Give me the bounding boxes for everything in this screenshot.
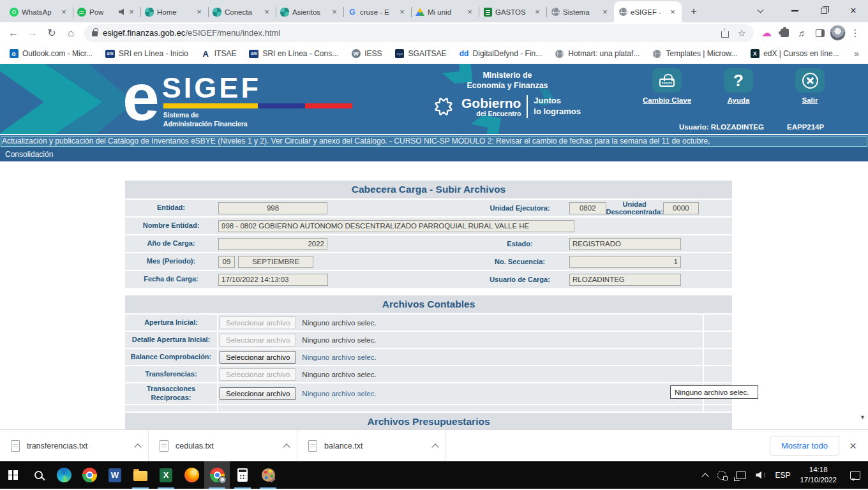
tray-overflow-chevron-icon[interactable] xyxy=(702,473,709,480)
volume-icon[interactable] xyxy=(756,471,765,479)
lock-icon xyxy=(652,68,682,93)
spotify-icon xyxy=(77,8,86,17)
download-menu-chevron-icon[interactable] xyxy=(283,443,290,450)
taskbar-search-button[interactable] xyxy=(26,461,51,489)
tab-close-icon[interactable]: × xyxy=(127,8,136,17)
side-panel-icon[interactable] xyxy=(812,25,828,41)
browser-tab-google-search[interactable]: G cruse - E × xyxy=(343,1,411,22)
bookmarks-overflow-chevron[interactable]: » xyxy=(854,48,859,59)
tab-close-icon[interactable]: × xyxy=(195,8,204,17)
window-minimize-button[interactable] xyxy=(780,0,809,22)
taskbar-chrome-button[interactable] xyxy=(77,461,102,489)
bookmark-digitaldefynd[interactable]: ddDigitalDefynd - Fin... xyxy=(460,49,542,59)
gobierno-logo: Gobierno del Encuentro Juntos lo logramo… xyxy=(431,94,581,119)
weather-extension-icon[interactable]: ☁ xyxy=(758,25,775,41)
seleccionar-archivo-button[interactable]: Seleccionar archivo xyxy=(220,387,296,400)
file-document-icon xyxy=(11,440,20,452)
new-tab-button[interactable]: + xyxy=(685,3,702,20)
seleccionar-archivo-button[interactable]: Seleccionar archivo xyxy=(220,351,296,364)
taskbar-excel-button[interactable]: X xyxy=(153,461,179,489)
download-menu-chevron-icon[interactable] xyxy=(431,443,438,450)
browser-tab-home[interactable]: Home × xyxy=(140,1,208,22)
tab-close-icon[interactable]: × xyxy=(668,8,677,17)
extensions-puzzle-icon[interactable] xyxy=(776,25,793,41)
browser-tab-sistema[interactable]: Sistema × xyxy=(546,1,614,22)
forward-button[interactable]: → xyxy=(24,24,41,42)
tab-close-icon[interactable]: × xyxy=(262,8,271,17)
clock[interactable]: 14:18 17/10/2022 xyxy=(800,465,837,485)
download-item-balance[interactable]: balance.txt xyxy=(297,430,446,461)
browser-menu-icon[interactable]: ⋮ xyxy=(847,25,864,41)
tab-close-icon[interactable]: × xyxy=(465,8,474,17)
bookmark-sgaitsae[interactable]: sgaSGAITSAE xyxy=(395,49,447,59)
file-row-transacciones-reciprocas: Transacciones Recíprocas: Seleccionar ar… xyxy=(125,383,732,404)
network-icon[interactable] xyxy=(736,471,746,479)
address-bar[interactable]: esigef.finanzas.gob.ec/eSIGEF/menu/index… xyxy=(84,24,754,42)
bookmark-edx[interactable]: XedX | Cursos en líne... xyxy=(750,49,839,59)
onedrive-sync-icon[interactable] xyxy=(717,471,726,480)
home-button[interactable]: ⌂ xyxy=(62,24,80,42)
word-icon: W xyxy=(108,468,121,482)
tab-search-chevron-icon[interactable] xyxy=(745,0,775,22)
browser-tab-sheets[interactable]: GASTOS × xyxy=(479,1,546,22)
bookmark-sri-inicio[interactable]: SRISRI en Línea - Inicio xyxy=(105,49,188,59)
file-tooltip: Ninguno archivo selec. xyxy=(670,385,758,399)
bookmark-outlook[interactable]: oOutlook.com - Micr... xyxy=(9,49,93,59)
download-menu-chevron-icon[interactable] xyxy=(134,443,141,450)
tab-label: Asientos xyxy=(292,8,327,16)
window-close-button[interactable]: × xyxy=(839,0,868,22)
bookmark-star-icon[interactable]: ☆ xyxy=(738,28,746,38)
menu-item-consolidacion[interactable]: Consolidación xyxy=(5,150,53,159)
browser-tab-conecta[interactable]: Conecta × xyxy=(208,1,276,22)
action-center-icon[interactable] xyxy=(850,471,860,480)
download-item-transferencias[interactable]: transferencias.txt xyxy=(0,430,149,461)
tab-close-icon[interactable]: × xyxy=(398,8,407,17)
tab-close-icon[interactable]: × xyxy=(533,8,542,17)
salir-button[interactable]: Salir xyxy=(782,68,837,104)
taskbar-calculator-button[interactable] xyxy=(230,461,255,489)
browser-tab-esigef-active[interactable]: eSIGEF - × xyxy=(614,1,682,22)
show-all-downloads-button[interactable]: Mostrar todo xyxy=(770,436,839,456)
url-text[interactable]: esigef.finanzas.gob.ec/eSIGEF/menu/index… xyxy=(103,28,280,38)
usuario-carga-input: RLOZADINTEG xyxy=(569,274,681,286)
bookmark-itsae[interactable]: AITSAE xyxy=(201,49,237,59)
taskbar-chrome-profile-button[interactable] xyxy=(204,461,230,489)
browser-tab-spotify[interactable]: Pow × xyxy=(73,1,140,22)
tab-close-icon[interactable]: × xyxy=(601,8,610,17)
del-encuentro-text: del Encuentro xyxy=(461,110,521,117)
taskbar-paint-button[interactable] xyxy=(255,461,281,489)
reload-button[interactable]: ↻ xyxy=(43,24,61,42)
taskbar-firefox-button[interactable] xyxy=(179,461,204,489)
scrollbar-down-arrow-icon[interactable]: ▼ xyxy=(860,414,865,420)
header-actions: Cambio Clave Ayuda Salir xyxy=(640,68,837,104)
back-button[interactable]: ← xyxy=(4,24,22,42)
bookmark-iess[interactable]: WIESS xyxy=(351,49,382,59)
whatsapp-icon xyxy=(10,8,19,17)
tab-close-icon[interactable]: × xyxy=(330,8,339,17)
browser-tab-whatsapp[interactable]: WhatsAp × xyxy=(5,1,73,22)
secure-lock-icon[interactable] xyxy=(92,31,98,36)
ayuda-button[interactable]: Ayuda xyxy=(711,68,766,104)
tab-close-icon[interactable]: × xyxy=(59,8,68,17)
share-icon[interactable] xyxy=(721,31,729,38)
bookmark-hotmart[interactable]: Hotmart: una plataf... xyxy=(555,49,640,59)
start-button[interactable] xyxy=(0,461,26,489)
row-fecha-usuario: Fecha de Carga: 17/10/2022 14:13:03 Usua… xyxy=(125,271,732,288)
window-maximize-button[interactable] xyxy=(809,0,839,22)
language-indicator[interactable]: ESP xyxy=(775,471,790,480)
bookmark-templates[interactable]: Templates | Microw... xyxy=(652,49,737,59)
download-item-cedulas[interactable]: cedulas.txt xyxy=(149,430,297,461)
bookmark-sri-consultas[interactable]: SRISRI en Línea - Cons... xyxy=(249,49,338,59)
bookmark-label: SRI en Línea - Cons... xyxy=(262,49,338,58)
browser-tab-drive[interactable]: Mi unid × xyxy=(411,1,479,22)
browser-tab-asientos[interactable]: Asientos × xyxy=(276,1,343,22)
clock-time: 14:18 xyxy=(800,465,837,475)
media-controls-icon[interactable]: ♬ xyxy=(794,25,811,41)
cabecera-carga-form: Cabecera Carga - Subir Archivos Entidad:… xyxy=(125,181,732,429)
cambio-clave-button[interactable]: Cambio Clave xyxy=(640,68,694,104)
taskbar-word-button[interactable]: W xyxy=(102,461,128,489)
taskbar-edge-button[interactable] xyxy=(51,461,77,489)
profile-avatar[interactable] xyxy=(830,25,846,41)
close-downloads-bar-icon[interactable]: × xyxy=(849,440,857,452)
taskbar-file-explorer-button[interactable] xyxy=(128,461,153,489)
